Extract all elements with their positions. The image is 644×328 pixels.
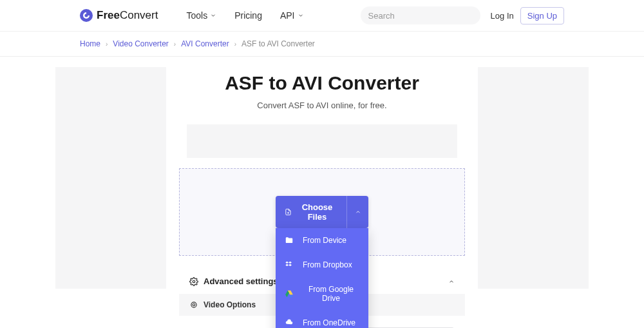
dropdown-item-label: From Google Drive	[303, 285, 359, 303]
sidebar-ad-left	[55, 67, 166, 289]
chevron-down-icon	[210, 12, 216, 19]
page-title: ASF to AVI Converter	[179, 72, 465, 94]
nav-tools-label: Tools	[186, 10, 207, 21]
dropdown-from-google-drive[interactable]: From Google Drive	[276, 277, 368, 311]
gear-icon	[189, 300, 198, 309]
folder-icon	[285, 236, 294, 245]
video-options-label: Video Options	[204, 300, 256, 309]
nav-api[interactable]: API	[280, 10, 304, 21]
choose-files-label: Choose Files	[297, 202, 337, 222]
dropbox-icon	[285, 260, 294, 269]
google-drive-icon	[285, 289, 294, 298]
dropdown-from-device[interactable]: From Device	[276, 228, 368, 253]
dropdown-from-onedrive[interactable]: From OneDrive	[276, 311, 368, 328]
chevron-up-icon	[355, 209, 361, 215]
sidebar-ad-right	[478, 67, 589, 289]
search-wrap: Log In Sign Up	[361, 6, 564, 24]
dropdown-item-label: From Device	[303, 236, 346, 245]
breadcrumb-home[interactable]: Home	[80, 39, 100, 48]
top-ad	[187, 124, 457, 158]
logo[interactable]: FreeConvert	[80, 9, 158, 22]
dropzone[interactable]: Choose Files From Device From Dropbox	[179, 168, 465, 256]
choose-files-toggle[interactable]	[346, 196, 368, 228]
choose-files-row: Choose Files	[276, 196, 368, 228]
breadcrumb-sep: ›	[234, 41, 236, 48]
nav-tools[interactable]: Tools	[186, 10, 216, 21]
gear-icon	[189, 277, 198, 286]
breadcrumb-sep: ›	[174, 41, 176, 48]
header: FreeConvert Tools Pricing API Log In Sig…	[0, 0, 644, 32]
chevron-up-icon	[448, 278, 455, 285]
content: ASF to AVI Converter Convert ASF to AVI …	[179, 67, 465, 328]
breadcrumb-avi-converter[interactable]: AVI Converter	[181, 39, 229, 48]
signup-button[interactable]: Sign Up	[520, 7, 564, 24]
choose-files-wrap: Choose Files From Device From Dropbox	[276, 196, 368, 328]
choose-dropdown: From Device From Dropbox From Google Dri…	[276, 228, 368, 328]
breadcrumb-sep: ›	[106, 41, 108, 48]
file-add-icon	[285, 207, 292, 217]
chevron-down-icon	[298, 12, 304, 19]
logo-text-light: Convert	[120, 9, 158, 21]
svg-point-7	[193, 280, 195, 283]
nav: Tools Pricing API	[186, 10, 303, 21]
search-box[interactable]	[361, 6, 480, 24]
logo-icon	[80, 9, 93, 22]
breadcrumb: Home › Video Converter › AVI Converter ›…	[0, 32, 644, 57]
nav-pricing-label: Pricing	[234, 10, 262, 21]
auth: Log In Sign Up	[491, 7, 564, 24]
search-input[interactable]	[368, 11, 477, 21]
dropdown-from-dropbox[interactable]: From Dropbox	[276, 253, 368, 277]
breadcrumb-video-converter[interactable]: Video Converter	[113, 39, 169, 48]
onedrive-icon	[285, 318, 294, 327]
nav-api-label: API	[280, 10, 295, 21]
breadcrumb-current: ASF to AVI Converter	[242, 39, 315, 48]
nav-pricing[interactable]: Pricing	[234, 10, 262, 21]
page-subtitle: Convert ASF to AVI online, for free.	[179, 101, 465, 110]
dropdown-item-label: From Dropbox	[303, 260, 352, 269]
svg-point-8	[193, 304, 195, 306]
logo-text-bold: Free	[97, 9, 120, 21]
login-link[interactable]: Log In	[491, 11, 514, 21]
dropdown-item-label: From OneDrive	[303, 318, 355, 327]
main: ASF to AVI Converter Convert ASF to AVI …	[0, 57, 644, 328]
choose-files-button[interactable]: Choose Files	[276, 196, 346, 228]
